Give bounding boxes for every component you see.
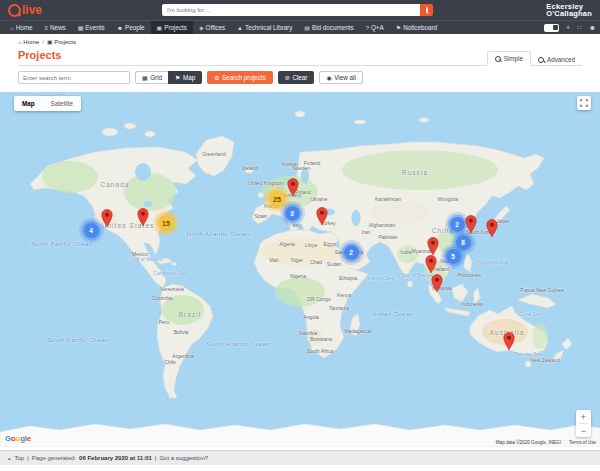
nav-item-projects[interactable]: ▣Projects: [151, 21, 193, 34]
tab-simple[interactable]: Simple: [487, 51, 531, 66]
fullscreen-icon: [580, 99, 588, 107]
magnifier-c-icon: [8, 4, 21, 17]
people-icon: ☻: [117, 25, 123, 31]
app-logo-text: live: [22, 3, 42, 17]
projects-icon: ▣: [157, 24, 163, 31]
clear-button[interactable]: ⊘ Clear: [278, 71, 315, 84]
nav-item-offices[interactable]: ◈Offices: [193, 21, 231, 34]
breadcrumb: ⌂ Home/▣ Projects: [0, 34, 600, 47]
bid-documents-icon: ▤: [304, 24, 310, 31]
projects-icon: ▣: [47, 39, 53, 45]
map-type-satellite-button[interactable]: Satellite: [43, 96, 81, 111]
project-pin-bangkok[interactable]: [425, 255, 437, 274]
zoom-out-button[interactable]: −: [576, 424, 591, 437]
tab-advanced[interactable]: Advanced: [531, 53, 582, 66]
nav-item-noticeboard[interactable]: ⚑Noticeboard: [390, 21, 443, 34]
map-attribution: Map data ©2020 Google, INEGI Terms of Us…: [494, 439, 598, 446]
back-to-top-link[interactable]: Top: [14, 455, 24, 461]
google-logo[interactable]: Google: [5, 434, 31, 443]
project-cluster-beijing[interactable]: 2: [450, 217, 465, 232]
attribution-text: Map data ©2020 Google, INEGI: [496, 440, 561, 445]
company-logo: Eckersley O'Callaghan: [546, 3, 592, 18]
project-search-input[interactable]: [18, 71, 130, 84]
breadcrumb-separator: /: [42, 39, 44, 45]
apps-icon[interactable]: ∷: [577, 24, 581, 32]
projects-toolbar: ▦ Grid ⚑ Map ⚙ Search projects ⊘ Clear ◉…: [18, 71, 582, 84]
company-logo-line2: O'Callaghan: [546, 10, 592, 18]
search-icon: [495, 56, 501, 62]
world-map-svg: [0, 92, 600, 447]
nav-item-qa[interactable]: ?Q+A: [360, 21, 390, 34]
project-pin-us-mountain-west[interactable]: [101, 209, 113, 228]
technical-library-icon: ▲: [237, 25, 243, 31]
page-title: Projects: [18, 49, 61, 65]
project-cluster-london[interactable]: 25: [269, 191, 285, 207]
top-header: live Eckersley O'Callaghan: [0, 0, 600, 20]
page-footer: ▲ Top | Page generated: 06 February 2020…: [0, 450, 600, 465]
search-plus-icon: [538, 57, 544, 63]
zoom-in-button[interactable]: +: [576, 410, 591, 423]
project-pin-singapore[interactable]: [431, 274, 443, 293]
grid-view-button[interactable]: ▦ Grid: [135, 71, 169, 84]
search-icon: [426, 7, 428, 13]
title-bar: Projects Simple Advanced: [18, 49, 582, 66]
projects-map[interactable]: Arctic OceanNorth Pacific OceanNorth Atl…: [0, 92, 600, 447]
footer-separator: |: [27, 455, 29, 461]
project-cluster-new-york[interactable]: 15: [158, 215, 174, 231]
nav-right-icons: +∷☻: [544, 21, 596, 34]
project-pin-denmark[interactable]: [287, 178, 299, 197]
footer-separator: |: [155, 455, 157, 461]
generated-label: Page generated:: [32, 455, 76, 461]
view-all-button[interactable]: ◉ View all: [319, 71, 362, 84]
view-toggle-group: ▦ Grid ⚑ Map: [135, 71, 202, 84]
project-cluster-arabian-gulf[interactable]: 2: [344, 245, 359, 260]
project-pin-istanbul[interactable]: [316, 207, 328, 226]
map-view-button[interactable]: ⚑ Map: [168, 71, 202, 84]
user-icon[interactable]: ☻: [589, 24, 596, 31]
generated-date: 06 February 2020 at 11:01: [79, 455, 152, 461]
grid-icon: ▦: [142, 74, 148, 81]
nav-item-news[interactable]: ≡News: [38, 21, 71, 34]
nav-item-events[interactable]: ▦Events: [72, 21, 111, 34]
clear-icon: ⊘: [285, 74, 290, 81]
project-cluster-shanghai[interactable]: 8: [456, 235, 471, 250]
home-icon: ⌂: [18, 39, 22, 45]
eye-icon: ◉: [326, 74, 331, 81]
map-type-map-button[interactable]: Map: [14, 96, 43, 111]
map-icon: ⚑: [175, 74, 180, 81]
nav-item-people[interactable]: ☻People: [111, 21, 151, 34]
fullscreen-button[interactable]: [577, 96, 591, 110]
project-cluster-northern-italy[interactable]: 3: [285, 206, 300, 221]
nav-item-bid-documents[interactable]: ▤Bid documents: [298, 21, 359, 34]
breadcrumb-projects[interactable]: ▣ Projects: [47, 38, 76, 45]
breadcrumb-home[interactable]: ⌂ Home: [18, 39, 39, 45]
news-icon: ≡: [44, 25, 48, 31]
global-search: [162, 4, 433, 16]
nav-items: ⌂Home≡News▦Events☻People▣Projects◈Office…: [4, 21, 443, 34]
global-search-input[interactable]: [162, 4, 420, 16]
display-toggle-icon[interactable]: [544, 24, 559, 32]
project-cluster-hong-kong[interactable]: 5: [446, 249, 461, 264]
project-pin-seoul[interactable]: [465, 215, 477, 234]
project-pin-us-great-lakes[interactable]: [137, 208, 149, 227]
project-pin-tokyo[interactable]: [486, 219, 498, 238]
search-projects-button[interactable]: ⚙ Search projects: [207, 71, 273, 84]
caret-up-icon: ▲: [7, 456, 11, 461]
terms-of-use-link[interactable]: Terms of Use: [569, 440, 596, 445]
global-search-button[interactable]: [420, 4, 433, 16]
add-icon[interactable]: +: [566, 24, 570, 31]
noticeboard-icon: ⚑: [396, 24, 401, 31]
clive-app: live Eckersley O'Callaghan ⌂Home≡News▦Ev…: [0, 0, 600, 465]
app-logo[interactable]: live: [8, 3, 42, 17]
project-pin-myanmar[interactable]: [427, 237, 439, 256]
home-icon: ⌂: [10, 25, 14, 31]
nav-item-technical-library[interactable]: ▲Technical Library: [231, 21, 298, 34]
offices-icon: ◈: [199, 24, 204, 31]
suggestion-link[interactable]: Got a suggestion?: [159, 455, 208, 461]
nav-item-home[interactable]: ⌂Home: [4, 21, 38, 34]
qa-icon: ?: [366, 25, 369, 31]
gear-icon: ⚙: [214, 74, 219, 81]
project-cluster-san-francisco[interactable]: 4: [84, 223, 99, 238]
project-pin-sydney[interactable]: [503, 332, 515, 351]
events-icon: ▦: [78, 24, 84, 31]
